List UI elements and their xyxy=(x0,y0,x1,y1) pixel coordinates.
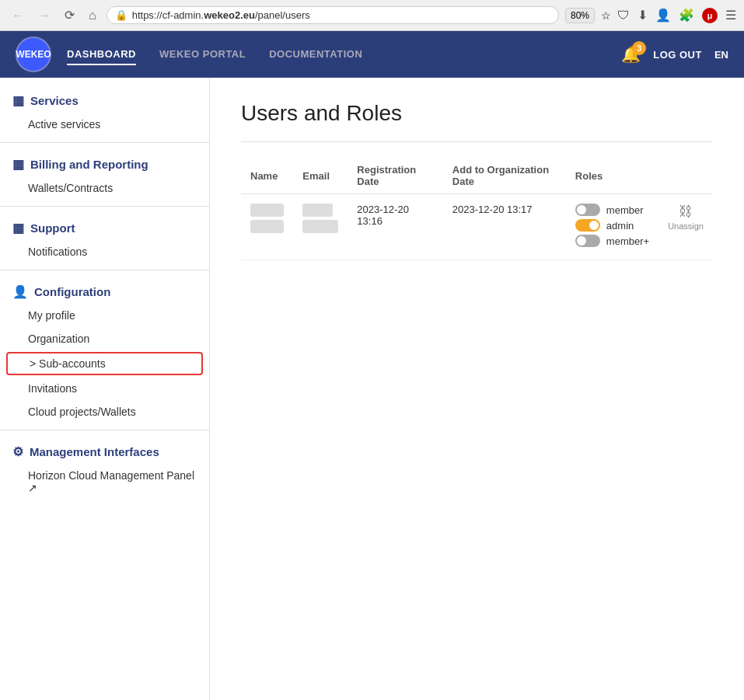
unassign-icon: ⛓ xyxy=(679,204,693,220)
sidebar-section-services[interactable]: ▦ Services xyxy=(0,85,209,113)
user-email-cell: @ .com xyxy=(293,194,348,260)
account-icon[interactable]: 👤 xyxy=(655,8,671,23)
browser-chrome: ← → ⟳ ⌂ 🔒 https://cf-admin.wekeo2.eu/pan… xyxy=(0,0,744,31)
sidebar-item-cloud-projects[interactable]: Cloud projects/Wallets xyxy=(0,400,209,423)
sidebar-section-management[interactable]: ⚙ Management Interfaces xyxy=(0,437,209,464)
sidebar-section-support[interactable]: ▦ Support xyxy=(0,213,209,240)
nav-links: DASHBOARD WEKEO PORTAL DOCUMENTATION xyxy=(67,44,621,65)
actions-cell: ⛓ Unassign xyxy=(658,194,713,260)
user-name-blurred xyxy=(250,204,284,217)
admin-toggle[interactable] xyxy=(575,219,600,232)
memberplus-toggle[interactable] xyxy=(575,235,600,247)
org-date-cell: 2023-12-20 13:17 xyxy=(443,194,566,260)
role-memberplus-row: member+ xyxy=(575,235,649,247)
sidebar-item-invitations[interactable]: Invitations xyxy=(0,377,209,400)
notification-badge: 3 xyxy=(632,41,646,55)
language-selector[interactable]: EN xyxy=(714,49,728,61)
sidebar-section-management-label: Management Interfaces xyxy=(30,445,159,458)
col-header-org-date: Add to Organization Date xyxy=(443,158,566,194)
member-label: member xyxy=(606,204,644,216)
content-divider xyxy=(241,141,713,142)
roles-cell: member admin member+ xyxy=(566,194,658,260)
sidebar-item-sub-accounts[interactable]: > Sub-accounts xyxy=(6,352,203,375)
sidebar-section-configuration[interactable]: 👤 Configuration xyxy=(0,277,209,304)
management-section-icon: ⚙ xyxy=(12,444,23,459)
table-row: @ .com 2023-12-20 13:16 2023-12-20 13:17… xyxy=(241,194,713,260)
memberplus-label: member+ xyxy=(606,235,649,247)
nav-documentation[interactable]: DOCUMENTATION xyxy=(269,44,362,65)
nav-right: 🔔 3 LOG OUT EN xyxy=(621,45,728,64)
zoom-level[interactable]: 80% xyxy=(565,8,595,23)
sidebar-item-horizon[interactable]: Horizon Cloud Management Panel ↗ xyxy=(0,464,209,500)
services-section-icon: ▦ xyxy=(12,93,24,108)
forward-button[interactable]: → xyxy=(34,7,54,24)
user-email-blurred2: .com xyxy=(302,220,338,233)
menu-icon[interactable]: ☰ xyxy=(725,8,736,23)
logout-button[interactable]: LOG OUT xyxy=(653,49,702,61)
user-name-cell xyxy=(241,194,293,260)
configuration-section-icon: 👤 xyxy=(12,284,28,299)
url-display: https://cf-admin.wekeo2.eu/panel/users xyxy=(132,9,310,21)
sidebar-section-configuration-label: Configuration xyxy=(34,285,110,298)
role-admin-row: admin xyxy=(575,219,649,232)
col-header-actions xyxy=(658,158,713,194)
nav-dashboard[interactable]: DASHBOARD xyxy=(67,44,136,65)
user-email-blurred: @ xyxy=(302,204,333,217)
sidebar-item-organization[interactable]: Organization xyxy=(0,327,209,350)
role-member-row: member xyxy=(575,204,649,216)
home-button[interactable]: ⌂ xyxy=(85,7,100,24)
billing-section-icon: ▦ xyxy=(12,157,24,172)
shield-icon: 🛡 xyxy=(617,9,630,23)
user-name-blurred2 xyxy=(250,220,284,233)
refresh-button[interactable]: ⟳ xyxy=(61,6,79,24)
support-section-icon: ▦ xyxy=(12,221,24,235)
sidebar-section-billing[interactable]: ▦ Billing and Reporting xyxy=(0,149,209,176)
sidebar-item-my-profile[interactable]: My profile xyxy=(0,304,209,327)
download-icon[interactable]: ⬇ xyxy=(637,8,648,23)
address-bar[interactable]: 🔒 https://cf-admin.wekeo2.eu/panel/users xyxy=(107,6,559,24)
browser-icons: 🛡 ⬇ 👤 🧩 μ ☰ xyxy=(617,8,736,23)
extensions-icon[interactable]: 🧩 xyxy=(679,8,694,23)
admin-label: admin xyxy=(606,220,634,232)
col-header-email: Email xyxy=(293,158,348,194)
notification-bell[interactable]: 🔔 3 xyxy=(621,45,641,64)
col-header-roles: Roles xyxy=(566,158,658,194)
sidebar: ▦ Services Active services ▦ Billing and… xyxy=(0,78,210,700)
unassign-label: Unassign xyxy=(668,221,704,231)
top-navigation: WEKEO DASHBOARD WEKEO PORTAL DOCUMENTATI… xyxy=(0,31,744,78)
main-layout: ▦ Services Active services ▦ Billing and… xyxy=(0,78,744,700)
page-title: Users and Roles xyxy=(241,101,713,126)
back-button[interactable]: ← xyxy=(8,7,28,24)
sidebar-section-services-label: Services xyxy=(30,94,79,107)
sidebar-item-wallets[interactable]: Wallets/Contracts xyxy=(0,176,209,200)
registration-date-cell: 2023-12-20 13:16 xyxy=(348,194,443,260)
sidebar-section-billing-label: Billing and Reporting xyxy=(30,158,148,171)
member-toggle[interactable] xyxy=(575,204,600,216)
bookmark-icon[interactable]: ☆ xyxy=(601,9,611,22)
sidebar-item-notifications[interactable]: Notifications xyxy=(0,240,209,263)
sidebar-section-support-label: Support xyxy=(30,221,75,235)
col-header-name: Name xyxy=(241,158,293,194)
col-header-registration-date: Registration Date xyxy=(348,158,443,194)
logo: WEKEO xyxy=(16,37,51,72)
content-area: Users and Roles Name Email Registration … xyxy=(210,78,744,700)
nav-portal[interactable]: WEKEO PORTAL xyxy=(159,44,246,65)
sidebar-item-active-services[interactable]: Active services xyxy=(0,113,209,136)
users-table: Name Email Registration Date Add to Orga… xyxy=(241,158,713,260)
ublock-icon[interactable]: μ xyxy=(702,8,718,23)
security-icon: 🔒 xyxy=(115,9,127,21)
unassign-button[interactable]: ⛓ Unassign xyxy=(668,204,704,231)
